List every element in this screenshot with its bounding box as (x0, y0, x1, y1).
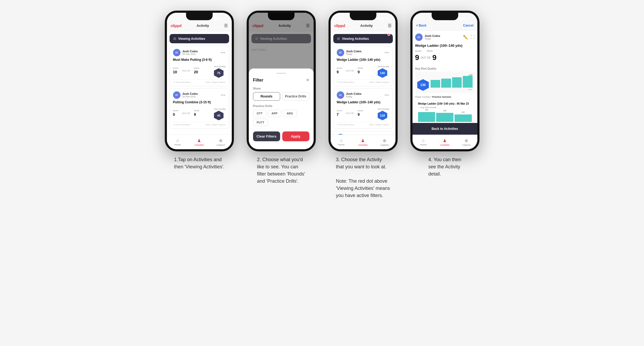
detail-user-date: Today (425, 37, 440, 40)
modal-actions: Clear Filters Apply (253, 131, 309, 141)
activity-card-3[interactable]: JC Josh Coles Today ••• Wedge Ladder (10… (333, 46, 393, 86)
sq-hex-3: 130 (378, 68, 387, 78)
edit-icon[interactable]: ✏️ (463, 35, 468, 40)
card-4-footer: ⊙ Test Information Data: Clippd Capture (337, 122, 389, 126)
user-name-3: Josh Coles (346, 50, 362, 53)
filter-title: Filter (253, 78, 263, 83)
stats-row-1: Score 10 OUT OF Shots 20 Shot Quality 75 (173, 63, 226, 78)
more-dots-1[interactable]: ••• (221, 50, 226, 55)
shots-value-1: 20 (194, 70, 198, 74)
card-3-header: JC Josh Coles Today ••• (337, 49, 389, 56)
signal-icon-4: ▋▋▋ (460, 17, 466, 20)
ott-btn[interactable]: OTT (253, 110, 266, 117)
shots-stat-1: Shots 20 (194, 67, 199, 74)
outof-2: OUT OF (182, 112, 190, 114)
cancel-btn[interactable]: Cancel (463, 24, 473, 27)
modal-overlay: Filter ✕ Show Rounds Practice Drills Pra… (249, 13, 314, 149)
more-dots-3[interactable]: ••• (385, 50, 389, 55)
footer-left-2: ⊙ Test Information (173, 123, 191, 126)
wifi-icon-3: WiFi (385, 17, 389, 20)
player-activity-label: Player Activity • Practice Session (415, 96, 475, 98)
capture-icon-4: ⊕ (465, 138, 468, 143)
home-icon: ⌂ (176, 138, 179, 143)
nav-activities-label-3: Activities (358, 144, 368, 146)
menu-icon-3[interactable]: ☰ (388, 23, 392, 28)
score-label-4: Score (337, 109, 342, 112)
sq-container-2: Shot Quality 45 (214, 106, 226, 120)
arg-btn[interactable]: ARG (283, 110, 297, 117)
more-dots-4[interactable]: ••• (385, 93, 389, 97)
activity-card-4[interactable]: JC Josh Coles Today ••• Wedge Ladder (10… (333, 88, 393, 129)
mini-bar-1: 132 (418, 112, 435, 122)
score-value-2: 0 (173, 112, 175, 117)
card-1-user: JC Josh Coles 28 Feb 2023 (173, 49, 198, 56)
clear-filters-btn[interactable]: Clear Filters (253, 131, 280, 141)
bar-label-3: 124 (461, 111, 465, 113)
avatar-1: JC (173, 49, 180, 56)
more-dots-2[interactable]: ••• (221, 93, 226, 97)
bar-3 (452, 77, 462, 88)
sq-label-4: Shot Quality (378, 108, 389, 110)
user-info-4: Josh Coles Today (346, 92, 362, 98)
avatar-2: JC (173, 91, 180, 99)
score-stat-3: Score 9 (337, 67, 342, 74)
nav-activities-4[interactable]: ♟ Activities (434, 135, 456, 149)
drill-title-3: Wedge Ladder (100–140 yds) (337, 58, 389, 62)
viewing-banner-3[interactable]: ⊞ Viewing Activities (333, 34, 393, 43)
phone-1-col: 13:20 ▋▋▋ WiFi ▪ clippd Activity ☰ ⊞ V (162, 11, 237, 170)
rounds-btn[interactable]: Rounds (253, 92, 280, 101)
detail-outof: OUT OF (421, 56, 431, 59)
chart-sq-hex: 130 (417, 79, 429, 91)
practice-drills-btn[interactable]: Practice Drills (282, 92, 309, 101)
phone-3-col: 13:20 ▋▋▋ WiFi ▪ clippd Activity ☰ ⊞ V (326, 11, 400, 199)
card-4-user: JC Josh Coles Today (337, 91, 362, 99)
expand-icon[interactable]: ⛶ (470, 35, 475, 40)
app-btn[interactable]: APP (268, 110, 281, 117)
bottom-nav-1: ⌂ Home ♟ Activities ⊕ Capture (167, 135, 232, 149)
nav-capture-3[interactable]: ⊕ Capture (374, 135, 395, 149)
viewing-banner-1[interactable]: ⊞ Viewing Activities (170, 34, 229, 43)
sq-hex-2: 45 (214, 111, 224, 120)
activities-icon-3: ♟ (361, 138, 365, 143)
nav-activities-label-4: Activities (440, 144, 450, 146)
putt-btn[interactable]: PUTT (253, 119, 268, 126)
avg-sq-label: Avg Shot Quality (415, 67, 475, 70)
phone-3-header-title: Activity (360, 24, 373, 28)
activities-icon-4: ♟ (443, 138, 447, 143)
nav-capture-4[interactable]: ⊕ Capture (456, 135, 477, 149)
phone-4-notch (432, 13, 458, 20)
menu-icon[interactable]: ☰ (224, 23, 228, 28)
card-3-footer: ⊙ Test Information Data: Clippd Capture (337, 79, 389, 83)
nav-home-1[interactable]: ⌂ Home (167, 135, 188, 149)
shots-value-3: 9 (357, 70, 360, 74)
back-btn[interactable]: < Back (416, 24, 427, 27)
avatar-4: JC (337, 91, 344, 99)
nav-capture-1[interactable]: ⊕ Capture (210, 135, 231, 149)
close-icon[interactable]: ✕ (306, 78, 309, 83)
card-2-footer: ⊙ Test Information Data: Clippd Capture (173, 122, 226, 126)
user-info-2: Josh Coles 28 Feb 2023 (182, 92, 198, 98)
nav-activities-1[interactable]: ♟ Activities (188, 135, 210, 149)
clippd-logo: clippd (171, 23, 182, 28)
apply-btn[interactable]: Apply (282, 131, 309, 141)
nav-home-3[interactable]: ⌂ Home (331, 135, 352, 149)
detail-shots: 9 (432, 53, 437, 62)
activity-card-1[interactable]: JC Josh Coles 28 Feb 2023 ••• Must Make … (170, 46, 229, 86)
desc-3: 3. Choose the Activity that you want to … (336, 156, 390, 199)
outof-4: OUT OF (346, 112, 354, 114)
nav-home-4[interactable]: ⌂ Home (413, 135, 434, 149)
score-stat-4: Score 7 (337, 109, 342, 117)
score-stat-1: Score 10 (173, 67, 179, 74)
nav-activities-3[interactable]: ♟ Activities (352, 135, 374, 149)
back-to-activities-btn[interactable]: Back to Activities (413, 123, 477, 135)
phone-2-screen: 13:21 ▋▋▋ WiFi ▪ clippd Activity ☰ ⊞ V (249, 13, 314, 149)
bars-row (431, 74, 473, 91)
detail-user-name: Josh Coles (425, 34, 440, 37)
chart-x-label: APP (468, 88, 472, 91)
score-label-1: Score (173, 67, 179, 69)
activity-card-2[interactable]: JC Josh Coles 28 Feb 2023 ••• Putting Co… (170, 88, 229, 129)
user-date-4: Today (346, 95, 362, 98)
sq-label-3: Shot Quality (378, 65, 389, 68)
session-sq-label: → Avg Shot Quality (418, 106, 472, 109)
avatar-3: JC (337, 49, 344, 56)
